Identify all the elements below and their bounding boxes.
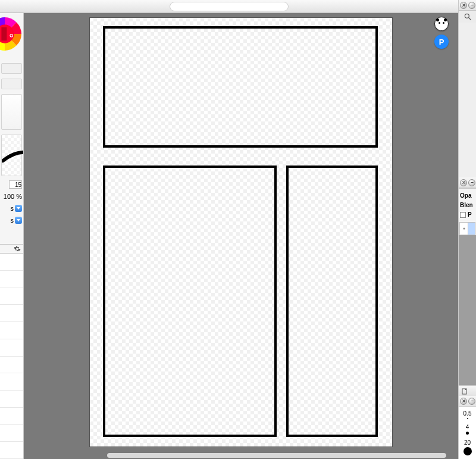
layer-row-selected[interactable] bbox=[459, 222, 475, 235]
brush-size-label: 0.5 bbox=[464, 410, 472, 417]
list-panel-header bbox=[0, 244, 23, 254]
service-badge-letter: P bbox=[439, 38, 444, 46]
brush-mode-row-b: s bbox=[0, 214, 23, 226]
opacity-label: Opa bbox=[460, 191, 475, 201]
comic-panel-bottom-left[interactable] bbox=[103, 166, 277, 437]
list-item[interactable] bbox=[0, 442, 23, 459]
brush-sizes-panel: 0.5 4 20 bbox=[459, 407, 476, 459]
layer-visibility-toggle[interactable] bbox=[460, 223, 468, 235]
color-wheel[interactable] bbox=[0, 13, 21, 61]
panel-close-button[interactable] bbox=[460, 179, 467, 186]
right-panels: Opa Blen P 0.5 4 bbox=[458, 0, 476, 459]
panel-collapse-button[interactable] bbox=[468, 398, 475, 405]
list-item[interactable] bbox=[0, 373, 23, 391]
brush-size-row bbox=[0, 179, 23, 191]
dropdown-a-label: s bbox=[11, 205, 14, 212]
blend-label: Blen bbox=[460, 201, 475, 210]
panel-close-button[interactable] bbox=[460, 2, 467, 9]
list-item[interactable] bbox=[0, 305, 23, 322]
history-list[interactable] bbox=[0, 254, 23, 459]
panel-collapse-button[interactable] bbox=[468, 2, 475, 9]
account-badges: P bbox=[434, 17, 449, 49]
brush-size-label: 20 bbox=[464, 439, 471, 446]
avatar-icon[interactable] bbox=[434, 17, 449, 31]
layers-list-empty[interactable] bbox=[459, 235, 476, 385]
brush-size-option[interactable]: 4 bbox=[466, 424, 469, 435]
panel-collapse-button[interactable] bbox=[468, 179, 475, 186]
preserve-checkbox[interactable] bbox=[460, 212, 466, 218]
brush-size-label: 4 bbox=[466, 424, 469, 430]
chevron-icon bbox=[470, 3, 474, 7]
panel-close-button[interactable] bbox=[460, 398, 467, 405]
brush-opacity-value: 100 % bbox=[4, 193, 22, 200]
layers-panel-controls bbox=[459, 177, 476, 188]
document-title-field[interactable] bbox=[170, 2, 289, 11]
navigator-panel-controls bbox=[459, 0, 476, 11]
svg-point-5 bbox=[463, 227, 465, 229]
preserve-label: P bbox=[468, 210, 472, 220]
list-item[interactable] bbox=[0, 339, 23, 357]
dropdown-b-label: s bbox=[11, 217, 14, 224]
new-layer-icon[interactable] bbox=[461, 388, 468, 395]
close-icon bbox=[462, 180, 466, 185]
list-item[interactable] bbox=[0, 288, 23, 305]
svg-line-4 bbox=[468, 18, 471, 20]
tool-slot-b[interactable] bbox=[1, 79, 22, 89]
layer-thumbnail[interactable] bbox=[468, 223, 475, 235]
panel-gap bbox=[0, 226, 23, 244]
horizontal-scrollbar[interactable] bbox=[107, 453, 446, 458]
chevron-icon bbox=[470, 180, 474, 185]
brush-preview bbox=[1, 135, 22, 176]
left-tools-panel: 100 % s s bbox=[0, 13, 24, 459]
svg-point-3 bbox=[465, 14, 469, 18]
list-item[interactable] bbox=[0, 322, 23, 339]
brushes-panel-controls bbox=[459, 396, 476, 407]
list-item[interactable] bbox=[0, 408, 23, 425]
brush-mode-row-a: s bbox=[0, 202, 23, 214]
brush-opacity-row: 100 % bbox=[0, 191, 23, 202]
brush-dot-icon bbox=[467, 418, 468, 419]
list-item[interactable] bbox=[0, 271, 23, 288]
layers-footer bbox=[459, 385, 476, 396]
navigator-thumbnail[interactable] bbox=[459, 23, 476, 177]
chevron-icon bbox=[470, 399, 474, 403]
close-icon bbox=[462, 3, 466, 7]
brush-dot-icon bbox=[466, 432, 469, 435]
list-item[interactable] bbox=[0, 425, 23, 442]
layer-properties: Opa Blen P bbox=[459, 188, 476, 222]
list-item[interactable] bbox=[0, 391, 23, 408]
list-item[interactable] bbox=[0, 357, 23, 374]
brush-dot-icon bbox=[464, 447, 472, 455]
close-icon bbox=[462, 399, 466, 403]
brush-size-option[interactable]: 0.5 bbox=[464, 410, 472, 419]
swatches-panel[interactable] bbox=[1, 94, 22, 130]
brush-stroke-icon bbox=[2, 146, 24, 164]
navigator-zoom[interactable] bbox=[459, 11, 476, 23]
magnifier-icon bbox=[464, 13, 472, 21]
svg-rect-1 bbox=[1, 27, 7, 40]
dropdown-icon[interactable] bbox=[15, 205, 22, 212]
tool-slot-a[interactable] bbox=[1, 63, 22, 74]
dot-icon bbox=[462, 226, 466, 231]
comic-panel-bottom-right[interactable] bbox=[286, 166, 378, 437]
panda-icon bbox=[437, 20, 446, 28]
brush-size-option[interactable]: 20 bbox=[464, 439, 472, 455]
dropdown-icon[interactable] bbox=[15, 217, 22, 224]
comic-panel-top[interactable] bbox=[103, 26, 378, 148]
brush-size-input[interactable] bbox=[9, 180, 22, 189]
list-item[interactable] bbox=[0, 254, 23, 271]
window-titlebar bbox=[0, 0, 458, 13]
canvas-page[interactable] bbox=[90, 18, 392, 446]
service-badge[interactable]: P bbox=[434, 35, 449, 49]
gear-icon[interactable] bbox=[14, 245, 21, 252]
canvas-viewport[interactable] bbox=[24, 13, 458, 454]
